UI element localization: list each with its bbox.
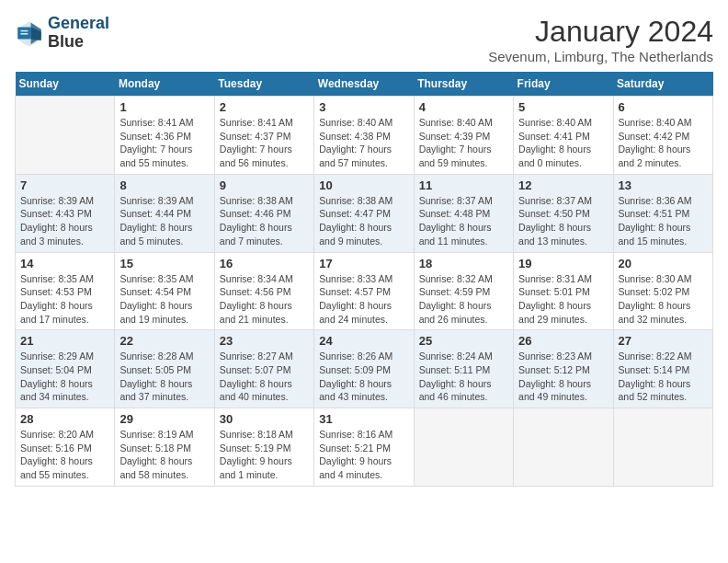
day-header-wednesday: Wednesday [314,72,414,97]
calendar-cell: 2Sunrise: 8:41 AM Sunset: 4:37 PM Daylig… [214,97,313,175]
day-number: 5 [518,100,608,114]
day-info: Sunrise: 8:34 AM Sunset: 4:56 PM Dayligh… [220,272,309,327]
svg-rect-4 [20,30,28,32]
calendar-cell: 10Sunrise: 8:38 AM Sunset: 4:47 PM Dayli… [314,174,414,252]
title-area: January 2024 Sevenum, Limburg, The Nethe… [488,15,713,64]
calendar-header-row: SundayMondayTuesdayWednesdayThursdayFrid… [16,72,713,97]
day-info: Sunrise: 8:23 AM Sunset: 5:12 PM Dayligh… [518,350,608,404]
day-header-tuesday: Tuesday [214,72,313,97]
calendar-cell: 27Sunrise: 8:22 AM Sunset: 5:14 PM Dayli… [613,330,712,408]
day-info: Sunrise: 8:29 AM Sunset: 5:04 PM Dayligh… [20,350,109,404]
day-number: 15 [119,257,209,270]
day-info: Sunrise: 8:40 AM Sunset: 4:38 PM Dayligh… [319,116,408,170]
day-number: 30 [220,412,309,426]
day-info: Sunrise: 8:30 AM Sunset: 5:02 PM Dayligh… [619,272,708,327]
day-header-sunday: Sunday [16,72,115,97]
calendar-cell: 20Sunrise: 8:30 AM Sunset: 5:02 PM Dayli… [613,252,712,330]
day-number: 3 [319,100,408,114]
svg-rect-5 [20,33,28,35]
day-number: 28 [20,412,109,426]
day-info: Sunrise: 8:35 AM Sunset: 4:54 PM Dayligh… [119,272,209,327]
calendar-cell: 1Sunrise: 8:41 AM Sunset: 4:36 PM Daylig… [115,97,214,175]
logo-general: General [48,14,109,32]
day-info: Sunrise: 8:18 AM Sunset: 5:19 PM Dayligh… [220,428,309,482]
calendar-cell: 14Sunrise: 8:35 AM Sunset: 4:53 PM Dayli… [16,252,115,330]
day-number: 12 [518,178,608,192]
day-info: Sunrise: 8:40 AM Sunset: 4:42 PM Dayligh… [619,116,708,170]
day-number: 24 [319,334,408,348]
calendar-table: SundayMondayTuesdayWednesdayThursdayFrid… [15,72,713,487]
day-info: Sunrise: 8:38 AM Sunset: 4:47 PM Dayligh… [319,194,408,248]
day-header-friday: Friday [514,72,613,97]
day-number: 21 [20,334,109,348]
calendar-cell: 7Sunrise: 8:39 AM Sunset: 4:43 PM Daylig… [16,174,115,252]
day-info: Sunrise: 8:38 AM Sunset: 4:46 PM Dayligh… [220,194,309,248]
calendar-cell: 16Sunrise: 8:34 AM Sunset: 4:56 PM Dayli… [214,252,313,330]
day-header-thursday: Thursday [414,72,513,97]
day-number: 2 [220,100,309,114]
subtitle: Sevenum, Limburg, The Netherlands [488,49,713,64]
day-number: 16 [220,257,309,270]
calendar-cell: 17Sunrise: 8:33 AM Sunset: 4:57 PM Dayli… [314,252,414,330]
day-number: 22 [119,334,209,348]
calendar-cell: 12Sunrise: 8:37 AM Sunset: 4:50 PM Dayli… [514,174,613,252]
day-number: 8 [119,178,209,192]
day-number: 13 [619,178,708,192]
calendar-week-row: 28Sunrise: 8:20 AM Sunset: 5:16 PM Dayli… [16,408,713,487]
day-info: Sunrise: 8:37 AM Sunset: 4:50 PM Dayligh… [518,194,608,248]
calendar-week-row: 14Sunrise: 8:35 AM Sunset: 4:53 PM Dayli… [16,252,713,330]
day-number: 29 [119,412,209,426]
calendar-week-row: 1Sunrise: 8:41 AM Sunset: 4:36 PM Daylig… [16,97,713,175]
day-info: Sunrise: 8:39 AM Sunset: 4:44 PM Dayligh… [119,194,209,248]
calendar-cell: 30Sunrise: 8:18 AM Sunset: 5:19 PM Dayli… [214,408,313,487]
day-number: 7 [20,178,109,192]
calendar-cell: 22Sunrise: 8:28 AM Sunset: 5:05 PM Dayli… [115,330,214,408]
calendar-cell: 21Sunrise: 8:29 AM Sunset: 5:04 PM Dayli… [16,330,115,408]
day-info: Sunrise: 8:24 AM Sunset: 5:11 PM Dayligh… [419,350,508,404]
day-number: 23 [220,334,309,348]
day-info: Sunrise: 8:32 AM Sunset: 4:59 PM Dayligh… [419,272,508,327]
calendar-cell [16,97,115,175]
day-number: 6 [619,100,708,114]
day-info: Sunrise: 8:28 AM Sunset: 5:05 PM Dayligh… [119,350,209,404]
calendar-cell: 19Sunrise: 8:31 AM Sunset: 5:01 PM Dayli… [514,252,613,330]
day-info: Sunrise: 8:20 AM Sunset: 5:16 PM Dayligh… [20,428,109,482]
day-info: Sunrise: 8:41 AM Sunset: 4:36 PM Dayligh… [119,116,209,170]
day-info: Sunrise: 8:35 AM Sunset: 4:53 PM Dayligh… [20,272,109,327]
day-info: Sunrise: 8:22 AM Sunset: 5:14 PM Dayligh… [619,350,708,404]
day-number: 17 [319,257,408,270]
calendar-cell: 24Sunrise: 8:26 AM Sunset: 5:09 PM Dayli… [314,330,414,408]
logo: General Blue [15,15,109,52]
day-number: 25 [419,334,508,348]
calendar-cell: 4Sunrise: 8:40 AM Sunset: 4:39 PM Daylig… [414,97,513,175]
day-info: Sunrise: 8:40 AM Sunset: 4:39 PM Dayligh… [419,116,508,170]
calendar-cell: 15Sunrise: 8:35 AM Sunset: 4:54 PM Dayli… [115,252,214,330]
calendar-week-row: 7Sunrise: 8:39 AM Sunset: 4:43 PM Daylig… [16,174,713,252]
day-number: 31 [319,412,408,426]
day-number: 26 [518,334,608,348]
day-info: Sunrise: 8:19 AM Sunset: 5:18 PM Dayligh… [119,428,209,482]
day-number: 4 [419,100,508,114]
calendar-cell: 29Sunrise: 8:19 AM Sunset: 5:18 PM Dayli… [115,408,214,487]
day-number: 11 [419,178,508,192]
day-header-saturday: Saturday [613,72,712,97]
calendar-cell: 11Sunrise: 8:37 AM Sunset: 4:48 PM Dayli… [414,174,513,252]
logo-icon [15,18,44,48]
calendar-cell: 31Sunrise: 8:16 AM Sunset: 5:21 PM Dayli… [314,408,414,487]
header: General Blue January 2024 Sevenum, Limbu… [15,15,713,64]
day-info: Sunrise: 8:27 AM Sunset: 5:07 PM Dayligh… [220,350,309,404]
calendar-cell: 6Sunrise: 8:40 AM Sunset: 4:42 PM Daylig… [613,97,712,175]
calendar-cell [414,408,513,487]
day-number: 18 [419,257,508,270]
calendar-cell: 5Sunrise: 8:40 AM Sunset: 4:41 PM Daylig… [514,97,613,175]
day-info: Sunrise: 8:41 AM Sunset: 4:37 PM Dayligh… [220,116,309,170]
calendar-cell: 13Sunrise: 8:36 AM Sunset: 4:51 PM Dayli… [613,174,712,252]
calendar-cell: 18Sunrise: 8:32 AM Sunset: 4:59 PM Dayli… [414,252,513,330]
calendar-cell: 28Sunrise: 8:20 AM Sunset: 5:16 PM Dayli… [16,408,115,487]
day-number: 14 [20,257,109,270]
logo-blue: Blue [48,32,84,51]
day-header-monday: Monday [115,72,214,97]
day-info: Sunrise: 8:40 AM Sunset: 4:41 PM Dayligh… [518,116,608,170]
main-title: January 2024 [488,15,713,49]
day-info: Sunrise: 8:36 AM Sunset: 4:51 PM Dayligh… [619,194,708,248]
